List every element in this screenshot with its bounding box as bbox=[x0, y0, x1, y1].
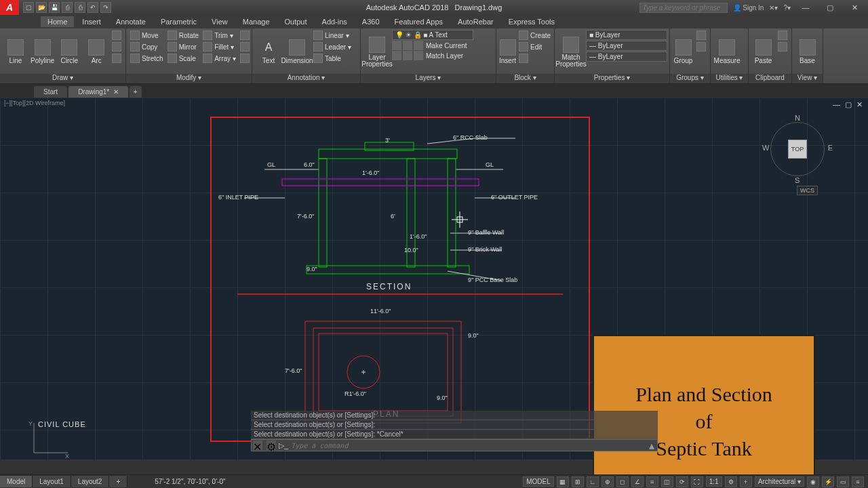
units-dropdown[interactable]: Architectural ▾ bbox=[755, 476, 804, 487]
file-tab-new[interactable]: + bbox=[130, 86, 142, 98]
minimize-button[interactable]: — bbox=[796, 2, 815, 13]
layer-tool-icon5[interactable] bbox=[403, 51, 412, 60]
tab-addins[interactable]: Add-ins bbox=[315, 16, 354, 27]
workspace-icon[interactable]: ⚙ bbox=[725, 476, 737, 487]
new-icon[interactable]: ▢ bbox=[23, 2, 34, 13]
panel-title-annotation[interactable]: Annotation ▾ bbox=[252, 74, 360, 83]
customize-icon[interactable]: ⚙ bbox=[267, 441, 276, 450]
anno-scale-dropdown[interactable]: 1:1 bbox=[706, 476, 722, 487]
command-line[interactable]: ✕ ⚙ ▷_ ▴ bbox=[251, 439, 658, 451]
rotate-button[interactable]: Rotate bbox=[166, 30, 200, 41]
panel-title-layers[interactable]: Layers ▾ bbox=[361, 74, 496, 83]
cut-button[interactable] bbox=[776, 30, 789, 41]
customization-icon[interactable]: ≡ bbox=[852, 476, 864, 487]
tab-annotate[interactable]: Annotate bbox=[109, 16, 153, 27]
create-button[interactable]: Create bbox=[517, 30, 552, 41]
clean-screen-icon[interactable]: ▭ bbox=[837, 476, 849, 487]
clip-copy-button[interactable] bbox=[776, 41, 789, 52]
stretch-button[interactable]: Stretch bbox=[129, 53, 165, 64]
help-icon[interactable]: ?▾ bbox=[783, 4, 791, 12]
lineweight-toggle-icon[interactable]: ≡ bbox=[646, 476, 658, 487]
tab-express-tools[interactable]: Express Tools bbox=[502, 16, 561, 27]
paste-button[interactable]: Paste bbox=[751, 30, 775, 74]
block-misc-button[interactable] bbox=[517, 53, 552, 64]
layout-tab-model[interactable]: Model bbox=[0, 476, 33, 487]
viewcube[interactable]: TOP N S E W bbox=[765, 117, 830, 182]
panel-title-clipboard[interactable]: Clipboard bbox=[749, 74, 791, 83]
save-icon[interactable]: 💾 bbox=[49, 2, 60, 13]
linear-button[interactable]: Linear ▾ bbox=[312, 30, 353, 41]
saveas-icon[interactable]: ⎙ bbox=[62, 2, 73, 13]
circle-button[interactable]: Circle bbox=[57, 30, 83, 74]
layer-tool-icon4[interactable] bbox=[392, 51, 401, 60]
viewcube-n[interactable]: N bbox=[795, 114, 800, 122]
wcs-label[interactable]: WCS bbox=[797, 186, 818, 195]
annotation-monitor-icon[interactable]: + bbox=[740, 476, 752, 487]
layer-tool-icon2[interactable] bbox=[403, 41, 412, 50]
viewcube-face[interactable]: TOP bbox=[788, 140, 807, 159]
layer-tool-icon[interactable] bbox=[392, 41, 401, 50]
viewcube-e[interactable]: E bbox=[828, 144, 833, 152]
text-button[interactable]: AText bbox=[255, 30, 282, 74]
app-logo[interactable]: A bbox=[0, 0, 19, 15]
layer-tool-icon6[interactable] bbox=[414, 51, 423, 60]
hardware-accel-icon[interactable]: ⚡ bbox=[822, 476, 834, 487]
file-tab-drawing1[interactable]: Drawing1* ✕ bbox=[68, 86, 128, 98]
color-dropdown[interactable]: ■ ByLayer bbox=[586, 30, 667, 40]
panel-title-view[interactable]: View ▾ bbox=[792, 74, 823, 83]
modify-misc2[interactable] bbox=[239, 41, 251, 52]
cursor-coordinates[interactable]: 57'-2 1/2", 70'-10", 0'-0" bbox=[155, 478, 225, 485]
signin-link[interactable]: 👤 Sign In bbox=[733, 4, 764, 12]
tab-output[interactable]: Output bbox=[278, 16, 314, 27]
panel-title-draw[interactable]: Draw ▾ bbox=[0, 74, 125, 83]
table-button[interactable]: Table bbox=[312, 53, 353, 64]
polyline-button[interactable]: Polyline bbox=[30, 30, 56, 74]
array-button[interactable]: Array ▾ bbox=[201, 53, 237, 64]
misc-draw-2[interactable] bbox=[111, 41, 123, 52]
panel-title-modify[interactable]: Modify ▾ bbox=[126, 74, 252, 83]
redo-icon[interactable]: ↷ bbox=[100, 2, 111, 13]
linetype-dropdown[interactable]: — ByLayer bbox=[586, 52, 667, 62]
viewcube-w[interactable]: W bbox=[762, 144, 769, 152]
tab-view[interactable]: View bbox=[205, 16, 235, 27]
snap-toggle-icon[interactable]: ⊞ bbox=[572, 476, 584, 487]
tab-parametric[interactable]: Parametric bbox=[154, 16, 203, 27]
viewcube-s[interactable]: S bbox=[795, 176, 800, 184]
modify-misc3[interactable] bbox=[239, 53, 251, 64]
close-button[interactable]: ✕ bbox=[845, 2, 864, 13]
polar-toggle-icon[interactable]: ⊕ bbox=[601, 476, 614, 487]
base-button[interactable]: Base bbox=[795, 30, 820, 74]
tab-autorebar[interactable]: AutoRebar bbox=[451, 16, 500, 27]
make-current-button[interactable]: Make Current bbox=[425, 41, 469, 50]
layout-tab-layout2[interactable]: Layout2 bbox=[71, 476, 110, 487]
command-input[interactable] bbox=[291, 442, 644, 449]
move-button[interactable]: Move bbox=[129, 30, 165, 41]
help-search-input[interactable] bbox=[639, 3, 728, 13]
tab-featured-apps[interactable]: Featured Apps bbox=[388, 16, 450, 27]
match-layer-button[interactable]: Match Layer bbox=[425, 51, 465, 60]
annotation-scale-icon[interactable]: ⛶ bbox=[691, 476, 703, 487]
plot-icon[interactable]: ⎙ bbox=[75, 2, 85, 13]
model-space-button[interactable]: MODEL bbox=[523, 476, 554, 487]
line-button[interactable]: Line bbox=[3, 30, 28, 74]
layout-tab-layout1[interactable]: Layout1 bbox=[33, 476, 71, 487]
lineweight-dropdown[interactable]: — ByLayer bbox=[586, 41, 667, 51]
layout-tab-add[interactable]: + bbox=[109, 476, 127, 487]
group-button[interactable]: Group bbox=[673, 30, 694, 74]
edit-button[interactable]: Edit bbox=[517, 41, 552, 52]
tab-manage[interactable]: Manage bbox=[236, 16, 277, 27]
grid-toggle-icon[interactable]: ▦ bbox=[557, 476, 569, 487]
panel-title-groups[interactable]: Groups ▾ bbox=[670, 74, 710, 83]
otrack-toggle-icon[interactable]: ∠ bbox=[631, 476, 644, 487]
dimension-button[interactable]: Dimension bbox=[283, 30, 311, 74]
match-properties-button[interactable]: MatchProperties bbox=[557, 30, 585, 74]
osnap-toggle-icon[interactable]: ◻ bbox=[616, 476, 629, 487]
exchange-icon[interactable]: ✕▾ bbox=[769, 4, 778, 12]
tab-a360[interactable]: A360 bbox=[355, 16, 387, 27]
group-misc2[interactable] bbox=[695, 41, 707, 52]
scale-button[interactable]: Scale bbox=[166, 53, 200, 64]
undo-icon[interactable]: ↶ bbox=[87, 2, 98, 13]
panel-title-properties[interactable]: Properties ▾ bbox=[555, 74, 669, 83]
drawing-area[interactable]: [–][Top][2D Wireframe] — ▢ ✕ bbox=[0, 98, 868, 460]
tab-home[interactable]: Home bbox=[41, 16, 74, 27]
